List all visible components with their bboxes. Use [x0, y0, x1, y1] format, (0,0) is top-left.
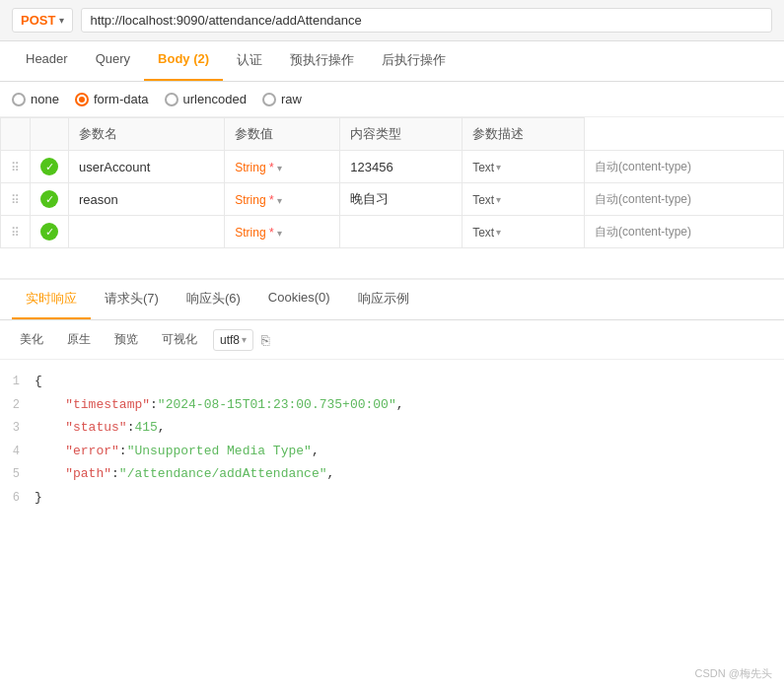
tab-response-example[interactable]: 响应示例 [344, 280, 423, 319]
chevron-down-icon: ▾ [59, 15, 64, 26]
json-line: 5 "path": "/attendance/addAttendance", [0, 462, 784, 486]
table-row: ⠿ ✓ String * ▾ Text ▾ 自动(content-type) [1, 216, 784, 248]
request-tabs: Header Query Body (2) 认证 预执行操作 后执行操作 [0, 41, 784, 82]
table-row: ⠿ ✓ userAccount String * ▾ 123456 Text ▾… [1, 151, 784, 183]
content-type-cell[interactable]: Text ▾ [463, 151, 585, 183]
json-viewer: 1{2 "timestamp": "2024-08-15T01:23:00.73… [0, 360, 784, 519]
drag-handle[interactable]: ⠿ [1, 216, 31, 248]
radio-urlencoded-circle [165, 93, 178, 106]
copy-icon[interactable]: ⎘ [261, 332, 269, 348]
url-input[interactable] [81, 8, 772, 33]
tab-cookies[interactable]: Cookies(0) [254, 280, 344, 319]
beautify-btn[interactable]: 美化 [12, 328, 51, 351]
param-name-cell[interactable]: reason [69, 183, 225, 216]
json-line: 3 "status": 415, [0, 416, 784, 440]
radio-none-label: none [31, 92, 59, 106]
tab-header[interactable]: Header [12, 41, 82, 81]
body-type-selector: none form-data urlencoded raw [0, 82, 784, 117]
content-type-cell[interactable]: Text ▾ [463, 216, 585, 248]
table-row: ⠿ ✓ reason String * ▾ 晚自习 Text ▾ 自动(cont… [1, 183, 784, 216]
radio-raw-circle [262, 93, 276, 106]
param-type-cell[interactable]: String * ▾ [225, 216, 340, 248]
tab-request-headers[interactable]: 请求头(7) [91, 280, 173, 319]
tab-body[interactable]: Body (2) [144, 41, 223, 81]
drag-handle[interactable]: ⠿ [1, 183, 31, 216]
th-drag [1, 118, 31, 151]
row-check[interactable]: ✓ [31, 216, 69, 248]
radio-form-data-circle [75, 93, 89, 106]
tab-post-exec[interactable]: 后执行操作 [368, 41, 460, 81]
tab-realtime-response[interactable]: 实时响应 [12, 280, 91, 319]
th-content-type: 内容类型 [340, 118, 463, 151]
param-desc-cell: 自动(content-type) [584, 151, 783, 183]
params-table: 参数名 参数值 内容类型 参数描述 ⠿ ✓ userAccount String… [0, 117, 784, 248]
encoding-label: utf8 [220, 333, 240, 347]
param-name-cell[interactable] [69, 216, 225, 248]
th-param-name: 参数名 [69, 118, 225, 151]
th-param-desc: 参数描述 [463, 118, 585, 151]
tab-pre-exec[interactable]: 预执行操作 [276, 41, 368, 81]
json-line: 2 "timestamp": "2024-08-15T01:23:00.735+… [0, 393, 784, 417]
params-table-wrapper: 参数名 参数值 内容类型 参数描述 ⠿ ✓ userAccount String… [0, 117, 784, 248]
row-check[interactable]: ✓ [31, 183, 69, 216]
th-param-value: 参数值 [225, 118, 340, 151]
method-label: POST [21, 13, 55, 28]
json-line: 4 "error": "Unsupported Media Type", [0, 440, 784, 463]
param-desc-cell: 自动(content-type) [584, 216, 783, 248]
drag-handle[interactable]: ⠿ [1, 151, 31, 183]
tab-response-headers[interactable]: 响应头(6) [173, 280, 254, 319]
th-check [31, 118, 69, 151]
param-value-cell[interactable]: 123456 [340, 151, 463, 183]
param-type-cell[interactable]: String * ▾ [225, 183, 340, 216]
row-check[interactable]: ✓ [31, 151, 69, 183]
radio-none-circle [12, 93, 26, 106]
radio-form-data-label: form-data [94, 92, 149, 106]
method-selector[interactable]: POST ▾ [12, 8, 73, 33]
visualize-btn[interactable]: 可视化 [154, 328, 205, 351]
radio-urlencoded-label: urlencoded [183, 92, 247, 106]
raw-btn[interactable]: 原生 [59, 328, 99, 351]
radio-form-data[interactable]: form-data [75, 92, 149, 106]
json-line: 6} [0, 486, 784, 510]
url-bar: POST ▾ [0, 0, 784, 41]
encoding-dropdown[interactable]: utf8 ▾ [213, 329, 253, 351]
param-value-cell[interactable] [340, 216, 463, 248]
tab-auth[interactable]: 认证 [223, 41, 276, 81]
radio-urlencoded[interactable]: urlencoded [165, 92, 247, 106]
response-tabs: 实时响应 请求头(7) 响应头(6) Cookies(0) 响应示例 [0, 280, 784, 320]
param-value-cell[interactable]: 晚自习 [340, 183, 463, 216]
content-type-cell[interactable]: Text ▾ [463, 183, 585, 216]
tab-query[interactable]: Query [82, 41, 144, 81]
encoding-chevron-icon: ▾ [242, 334, 247, 345]
param-desc-cell: 自动(content-type) [584, 183, 783, 216]
radio-none[interactable]: none [12, 92, 59, 106]
radio-raw-label: raw [281, 92, 302, 106]
radio-raw[interactable]: raw [262, 92, 302, 106]
param-type-cell[interactable]: String * ▾ [225, 151, 340, 183]
format-bar: 美化 原生 预览 可视化 utf8 ▾ ⎘ [0, 320, 784, 360]
response-section: 实时响应 请求头(7) 响应头(6) Cookies(0) 响应示例 美化 原生… [0, 278, 784, 519]
param-name-cell[interactable]: userAccount [69, 151, 225, 183]
json-line: 1{ [0, 370, 784, 393]
preview-btn[interactable]: 预览 [107, 328, 146, 351]
